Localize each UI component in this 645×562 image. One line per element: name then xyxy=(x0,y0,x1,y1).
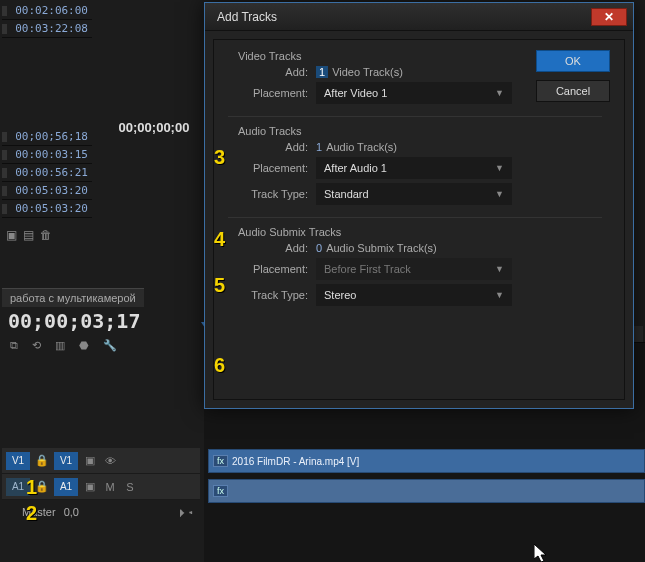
chevron-down-icon: ▼ xyxy=(495,264,504,274)
source-monitor: 00;00;00;00 xyxy=(104,2,204,252)
marker-icon[interactable]: ⬣ xyxy=(79,339,89,352)
video-clip[interactable]: fx 2016 FilmDR - Arina.mp4 [V] xyxy=(208,449,645,473)
sequence-tab[interactable]: работа с мультикамерой xyxy=(2,288,144,307)
trash-icon[interactable]: 🗑 xyxy=(40,228,52,242)
timecode: 00:02:06:00 xyxy=(11,2,92,19)
timecode: 00:03:22:08 xyxy=(11,20,92,37)
new-bin-icon[interactable]: ▣ xyxy=(6,228,17,242)
link-icon[interactable]: ⟲ xyxy=(32,339,41,352)
cancel-button[interactable]: Cancel xyxy=(536,80,610,102)
master-label: Master xyxy=(22,506,56,518)
audio-add-unit: Audio Track(s) xyxy=(326,141,397,153)
audio-type-select[interactable]: Standard ▼ xyxy=(316,183,512,205)
track-type-label: Track Type: xyxy=(220,289,316,301)
bin-row[interactable]: 00:05:03:20 xyxy=(2,182,92,200)
fx-badge[interactable]: fx xyxy=(213,485,228,497)
audio-tracks-group: Audio Tracks Add: 1 Audio Track(s) Place… xyxy=(220,125,610,209)
video-placement-select[interactable]: After Video 1 ▼ xyxy=(316,82,512,104)
timecode: 00:05:03:20 xyxy=(11,182,92,199)
mute-toggle[interactable]: M xyxy=(102,481,118,493)
sync-lock-icon[interactable]: ▣ xyxy=(82,454,98,467)
dialog-titlebar[interactable]: Add Tracks ✕ xyxy=(205,3,633,31)
add-tracks-dialog: Add Tracks ✕ OK Cancel Video Tracks Add:… xyxy=(204,2,634,409)
submix-add-value[interactable]: 0 xyxy=(316,242,322,254)
timecode: 00:00:56:21 xyxy=(11,164,92,181)
placement-label: Placement: xyxy=(220,263,316,275)
sync-lock-icon[interactable]: ▣ xyxy=(82,480,98,493)
new-item-icon[interactable]: ▤ xyxy=(23,228,34,242)
video-track-header[interactable]: V1 🔒 V1 ▣ 👁 xyxy=(2,448,200,474)
timeline-playhead-timecode[interactable]: 00;00;03;17 xyxy=(2,307,202,335)
submix-tracks-legend: Audio Submix Tracks xyxy=(238,226,610,238)
a1-target-toggle[interactable]: A1 xyxy=(54,478,78,496)
bin-row[interactable]: 00:05:03:20 xyxy=(2,200,92,218)
submix-type-select[interactable]: Stereo ▼ xyxy=(316,284,512,306)
monitor-timecode: 00;00;00;00 xyxy=(119,120,190,135)
timecode: 00:00:03:15 xyxy=(11,146,92,163)
eye-icon[interactable]: 👁 xyxy=(102,455,118,467)
placement-label: Placement: xyxy=(220,162,316,174)
v1-target-toggle[interactable]: V1 xyxy=(54,452,78,470)
master-value[interactable]: 0,0 xyxy=(64,506,79,518)
bin-row[interactable]: 00;00;56;18 xyxy=(2,128,92,146)
bin-row[interactable]: 00:00:03:15 xyxy=(2,146,92,164)
dialog-title: Add Tracks xyxy=(211,10,277,24)
bin-row[interactable]: 00:00:56:21 xyxy=(2,164,92,182)
audio-clip[interactable]: fx xyxy=(208,479,645,503)
audio-placement-select[interactable]: After Audio 1 ▼ xyxy=(316,157,512,179)
chevron-down-icon: ▼ xyxy=(495,163,504,173)
chevron-down-icon: ▼ xyxy=(495,189,504,199)
add-label: Add: xyxy=(220,66,316,78)
submix-placement-select: Before First Track ▼ xyxy=(316,258,512,280)
output-icon[interactable]: ⏵◂ xyxy=(177,506,194,518)
fx-badge[interactable]: fx xyxy=(213,455,228,467)
add-label: Add: xyxy=(220,141,316,153)
audio-track-header[interactable]: A1 🔒 A1 ▣ M S xyxy=(2,474,200,500)
a1-source-toggle[interactable]: A1 xyxy=(6,478,30,496)
timeline-panel-header: работа с мультикамерой 00;00;03;17 ⧉ ⟲ ▥… xyxy=(2,288,202,356)
chevron-down-icon: ▼ xyxy=(495,290,504,300)
lock-icon[interactable]: 🔒 xyxy=(34,480,50,493)
timecode: 00:05:03:20 xyxy=(11,200,92,217)
video-add-value[interactable]: 1 xyxy=(316,66,328,78)
wrench-icon[interactable]: 🔧 xyxy=(103,339,117,352)
audio-add-value[interactable]: 1 xyxy=(316,141,322,153)
snap-icon[interactable]: ⧉ xyxy=(10,339,18,352)
placement-label: Placement: xyxy=(220,87,316,99)
track-headers: V1 🔒 V1 ▣ 👁 A1 🔒 A1 ▣ M S Master 0,0 ⏵◂ xyxy=(2,448,200,524)
ok-button[interactable]: OK xyxy=(536,50,610,72)
bin-row[interactable]: 00:03:22:08 xyxy=(2,20,92,38)
close-button[interactable]: ✕ xyxy=(591,8,627,26)
track-type-label: Track Type: xyxy=(220,188,316,200)
submix-add-unit: Audio Submix Track(s) xyxy=(326,242,437,254)
add-label: Add: xyxy=(220,242,316,254)
v1-source-toggle[interactable]: V1 xyxy=(6,452,30,470)
timecode: 00;00;56;18 xyxy=(11,128,92,145)
clip-label: 2016 FilmDR - Arina.mp4 [V] xyxy=(232,456,359,467)
markers-icon[interactable]: ▥ xyxy=(55,339,65,352)
solo-toggle[interactable]: S xyxy=(122,481,138,493)
chevron-down-icon: ▼ xyxy=(495,88,504,98)
bin-row[interactable]: 00:02:06:00 xyxy=(2,2,92,20)
master-track-header[interactable]: Master 0,0 ⏵◂ xyxy=(2,500,200,524)
submix-tracks-group: Audio Submix Tracks Add: 0 Audio Submix … xyxy=(220,226,610,310)
audio-tracks-legend: Audio Tracks xyxy=(238,125,610,137)
video-add-unit: Video Track(s) xyxy=(332,66,403,78)
project-panel-left: 00:02:06:00 00:03:22:08 00;00;56;18 00:0… xyxy=(2,2,92,246)
lock-icon[interactable]: 🔒 xyxy=(34,454,50,467)
